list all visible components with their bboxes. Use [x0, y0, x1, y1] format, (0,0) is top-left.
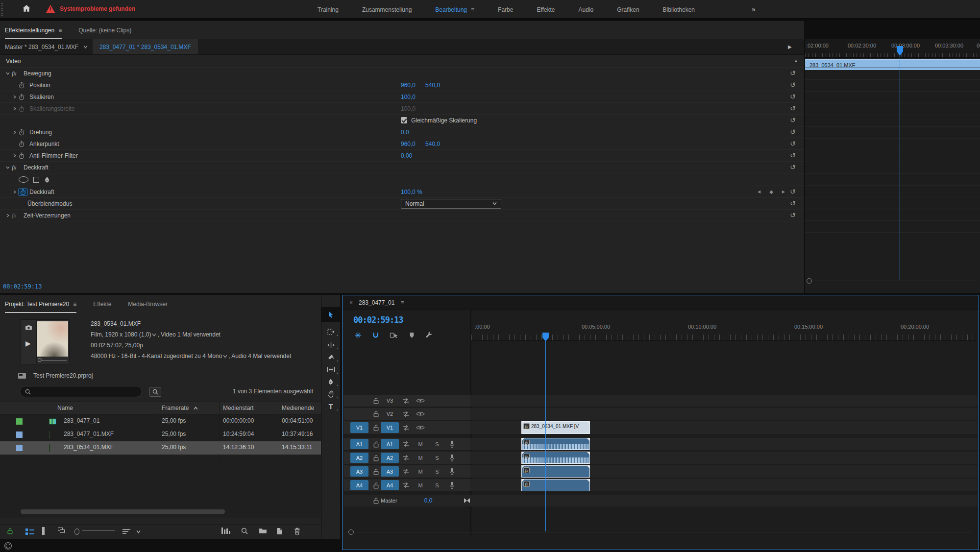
collapse-icon[interactable]: ▲	[794, 58, 798, 63]
chevron-down-icon[interactable]	[136, 529, 141, 534]
stopwatch-icon[interactable]	[19, 94, 29, 100]
chevron-right-icon[interactable]	[11, 190, 19, 194]
label-color-swatch[interactable]	[16, 432, 23, 438]
panel-menu-icon[interactable]: ≡	[73, 301, 76, 308]
mini-timeline-scroll-handle[interactable]	[807, 278, 812, 284]
reset-button[interactable]: ↺	[790, 211, 796, 219]
timeline-timecode[interactable]: 00:02:59:13	[353, 315, 403, 325]
tab-effekteinstellungen[interactable]: Effekteinstellungen ≡	[5, 21, 62, 39]
next-keyframe-icon[interactable]: ▶	[782, 190, 785, 194]
razor-tool[interactable]	[321, 351, 340, 363]
stopwatch-icon[interactable]	[19, 129, 29, 136]
voiceover-mic-icon[interactable]	[447, 479, 456, 491]
reset-button[interactable]: ↺	[790, 188, 796, 195]
timeline-clip-audio-4[interactable]: fx	[521, 479, 590, 491]
pen-mask-icon[interactable]	[44, 176, 50, 183]
home-button[interactable]	[22, 4, 31, 12]
sequence-clip-label[interactable]: 283_0477_01 * 283_0534_01.MXF	[93, 39, 198, 54]
voiceover-mic-icon[interactable]	[447, 465, 456, 478]
tab-effekte[interactable]: Effekte	[93, 295, 111, 313]
chevron-down-icon[interactable]	[4, 72, 12, 75]
track-target-a3[interactable]: A3	[381, 466, 399, 477]
reset-button[interactable]: ↺	[790, 81, 796, 89]
reset-button[interactable]: ↺	[790, 128, 796, 136]
voiceover-mic-icon[interactable]	[447, 438, 456, 450]
sync-lock-icon[interactable]	[401, 452, 410, 464]
solo-button[interactable]: S	[433, 479, 441, 491]
master-gain-value[interactable]: 0,0	[421, 495, 436, 506]
track-select-tool[interactable]	[321, 325, 340, 338]
chevron-down-icon[interactable]	[152, 333, 156, 337]
ellipse-mask-icon[interactable]	[19, 176, 28, 183]
track-target-a1[interactable]: A1	[381, 439, 399, 449]
sort-button[interactable]	[122, 529, 130, 534]
source-patch-v1[interactable]: V1	[350, 422, 368, 433]
sync-lock-icon[interactable]	[401, 408, 410, 420]
track-output-eye-icon[interactable]	[416, 421, 425, 434]
chevron-right-icon[interactable]	[11, 95, 19, 99]
rectangle-mask-icon[interactable]	[33, 177, 39, 183]
bin-row-media-selected[interactable]: 283_0534_01.MXF 25,00 fps 14:12:36:10 14…	[0, 441, 321, 455]
slip-tool[interactable]	[321, 363, 340, 376]
zoom-slider-track[interactable]	[82, 530, 115, 531]
chevron-right-icon[interactable]	[11, 107, 19, 111]
stopwatch-icon[interactable]	[19, 141, 29, 147]
project-writable-lock-icon[interactable]	[7, 528, 13, 534]
effect-controls-timecode[interactable]: 00:02:59:13	[3, 283, 42, 290]
search-input[interactable]	[35, 388, 133, 395]
sequence-tab-label[interactable]: 283_0477_01	[359, 299, 394, 306]
stopwatch-icon[interactable]	[19, 82, 29, 89]
snapping-magnet-icon[interactable]	[372, 332, 379, 338]
timeline-zoom-handle[interactable]	[348, 529, 354, 535]
track-lock-icon[interactable]	[371, 495, 380, 506]
solo-button[interactable]: S	[433, 465, 441, 478]
label-color-swatch[interactable]	[16, 445, 23, 451]
linked-selection-icon[interactable]	[390, 332, 398, 338]
add-keyframe-icon[interactable]: ◆	[769, 189, 773, 194]
preview-scrub-handle[interactable]	[38, 358, 42, 362]
mini-timeline-ruler[interactable]: :02:00:00 00:02:30:00 00:03:00:00 00:03:…	[805, 39, 980, 58]
stopwatch-icon-active[interactable]	[19, 189, 27, 195]
value-deckkraft[interactable]: 100,0 %	[401, 189, 422, 195]
track-target-v3[interactable]: V3	[381, 395, 399, 407]
sync-lock-icon[interactable]	[401, 438, 410, 450]
chevron-right-icon[interactable]	[11, 154, 19, 158]
mini-timeline-scroll-track[interactable]	[814, 281, 976, 281]
column-name[interactable]: Name	[57, 405, 73, 411]
automate-to-sequence-button[interactable]	[221, 528, 230, 534]
value-ankerpunkt-x[interactable]: 960,0	[401, 141, 416, 147]
chevron-down-icon[interactable]	[4, 166, 12, 169]
close-icon[interactable]: ×	[349, 299, 353, 306]
new-bin-button[interactable]	[259, 528, 267, 534]
mute-button[interactable]: M	[416, 479, 425, 491]
reset-button[interactable]: ↺	[790, 93, 796, 100]
preview-play-icon[interactable]: ▶	[25, 339, 31, 347]
workspace-training[interactable]: Training	[318, 6, 339, 13]
track-lock-icon[interactable]	[371, 479, 380, 491]
icon-view-button[interactable]	[42, 528, 45, 534]
blend-mode-dropdown[interactable]: Normal	[401, 199, 501, 209]
panel-menu-icon[interactable]: ≡	[58, 27, 62, 34]
hand-tool[interactable]	[321, 387, 340, 400]
master-clip-label[interactable]: Master * 283_0534_01.MXF	[5, 44, 78, 50]
chevron-right-icon[interactable]	[11, 130, 19, 134]
workspace-bearbeitung[interactable]: Bearbeitung≡	[435, 6, 474, 13]
bin-row-media[interactable]: 283_0477_01.MXF 25,00 fps 10:24:59:04 10…	[0, 428, 321, 441]
tab-quelle[interactable]: Quelle: (keine Clips)	[78, 21, 131, 39]
solo-button[interactable]: S	[433, 452, 441, 464]
track-target-a2[interactable]: A2	[381, 453, 399, 463]
source-patch-a2[interactable]: A2	[350, 453, 368, 463]
reset-button[interactable]: ↺	[790, 104, 796, 112]
nest-sequence-icon[interactable]	[354, 332, 362, 339]
track-lock-icon[interactable]	[371, 421, 380, 434]
sync-lock-icon[interactable]	[401, 421, 410, 434]
workspace-farbe[interactable]: Farbe	[498, 6, 513, 13]
value-position-y[interactable]: 540,0	[425, 82, 440, 89]
sync-lock-icon[interactable]	[401, 465, 410, 478]
panel-menu-icon[interactable]: ≡	[400, 299, 404, 306]
solo-button[interactable]: S	[433, 438, 441, 450]
value-position-x[interactable]: 960,0	[401, 82, 416, 89]
column-medienende[interactable]: Medienende	[282, 405, 314, 411]
new-item-button[interactable]	[276, 528, 283, 535]
track-lock-icon[interactable]	[371, 465, 380, 478]
